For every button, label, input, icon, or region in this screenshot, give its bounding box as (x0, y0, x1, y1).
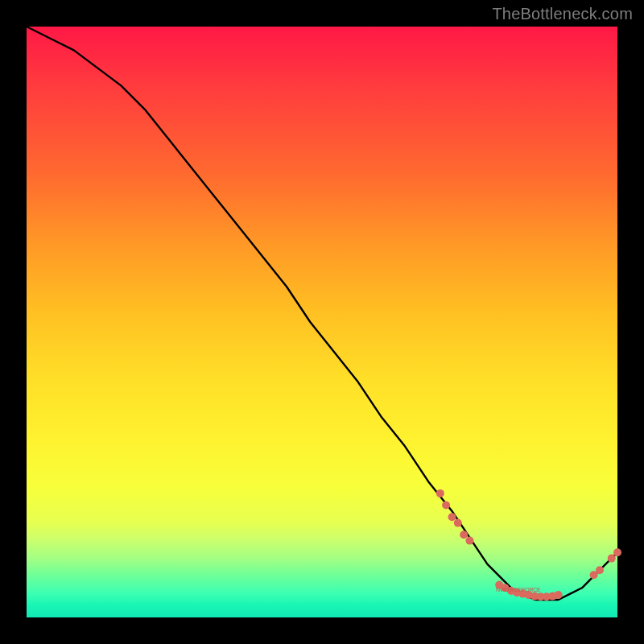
data-point (608, 555, 616, 563)
watermark-text: TheBottleneck.com (492, 5, 633, 23)
plot-area: NVIDIA GEFORCE (27, 27, 617, 617)
annotation-label: NVIDIA GEFORCE (496, 587, 540, 592)
data-point (442, 502, 450, 510)
data-point (466, 537, 474, 545)
data-point (555, 591, 563, 599)
chart-svg (27, 27, 617, 617)
data-point (460, 530, 468, 539)
data-point (436, 489, 444, 497)
data-point (613, 548, 621, 556)
data-point (448, 513, 456, 521)
bottleneck-curve (27, 27, 617, 600)
data-point (454, 519, 462, 527)
data-point (596, 566, 604, 574)
chart-frame: NVIDIA GEFORCE TheBottleneck.com (0, 0, 644, 644)
data-markers (436, 489, 621, 601)
